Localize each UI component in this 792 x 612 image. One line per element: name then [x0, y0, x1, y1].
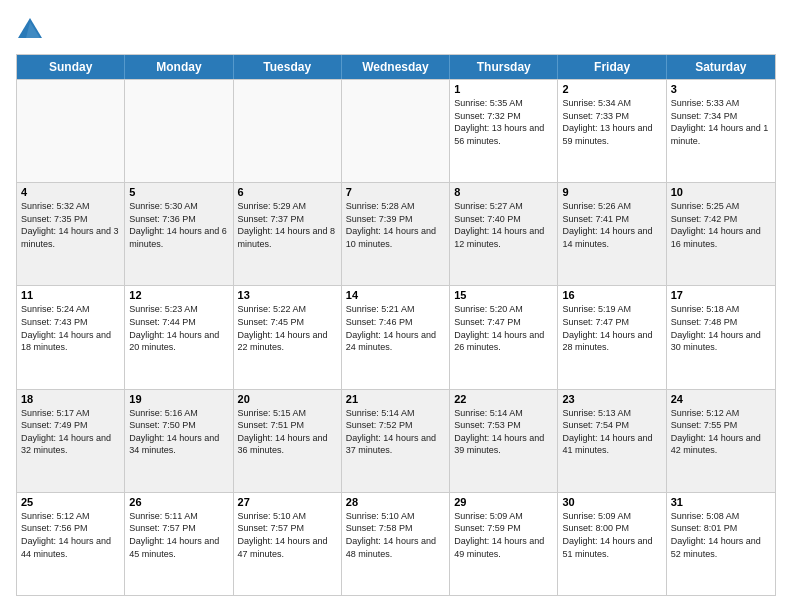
daylight-text: Daylight: 14 hours and 51 minutes.	[562, 535, 661, 560]
calendar-row-2: 4Sunrise: 5:32 AMSunset: 7:35 PMDaylight…	[17, 182, 775, 285]
empty-cell	[234, 80, 342, 182]
sunrise-text: Sunrise: 5:09 AM	[454, 510, 553, 523]
daylight-text: Daylight: 14 hours and 47 minutes.	[238, 535, 337, 560]
day-number: 19	[129, 393, 228, 405]
day-number: 22	[454, 393, 553, 405]
daylight-text: Daylight: 14 hours and 32 minutes.	[21, 432, 120, 457]
sunset-text: Sunset: 7:52 PM	[346, 419, 445, 432]
day-cell-6: 6Sunrise: 5:29 AMSunset: 7:37 PMDaylight…	[234, 183, 342, 285]
sunrise-text: Sunrise: 5:26 AM	[562, 200, 661, 213]
sunrise-text: Sunrise: 5:20 AM	[454, 303, 553, 316]
day-cell-26: 26Sunrise: 5:11 AMSunset: 7:57 PMDayligh…	[125, 493, 233, 595]
sunrise-text: Sunrise: 5:10 AM	[238, 510, 337, 523]
day-cell-16: 16Sunrise: 5:19 AMSunset: 7:47 PMDayligh…	[558, 286, 666, 388]
sunrise-text: Sunrise: 5:13 AM	[562, 407, 661, 420]
day-number: 21	[346, 393, 445, 405]
header-day-tuesday: Tuesday	[234, 55, 342, 79]
daylight-text: Daylight: 14 hours and 24 minutes.	[346, 329, 445, 354]
sunset-text: Sunset: 8:01 PM	[671, 522, 771, 535]
day-cell-3: 3Sunrise: 5:33 AMSunset: 7:34 PMDaylight…	[667, 80, 775, 182]
sunset-text: Sunset: 7:57 PM	[238, 522, 337, 535]
sunrise-text: Sunrise: 5:16 AM	[129, 407, 228, 420]
empty-cell	[17, 80, 125, 182]
sunrise-text: Sunrise: 5:24 AM	[21, 303, 120, 316]
sunset-text: Sunset: 7:49 PM	[21, 419, 120, 432]
day-number: 25	[21, 496, 120, 508]
day-number: 18	[21, 393, 120, 405]
daylight-text: Daylight: 14 hours and 12 minutes.	[454, 225, 553, 250]
day-cell-21: 21Sunrise: 5:14 AMSunset: 7:52 PMDayligh…	[342, 390, 450, 492]
day-cell-1: 1Sunrise: 5:35 AMSunset: 7:32 PMDaylight…	[450, 80, 558, 182]
sunset-text: Sunset: 7:35 PM	[21, 213, 120, 226]
day-cell-13: 13Sunrise: 5:22 AMSunset: 7:45 PMDayligh…	[234, 286, 342, 388]
sunrise-text: Sunrise: 5:32 AM	[21, 200, 120, 213]
day-cell-11: 11Sunrise: 5:24 AMSunset: 7:43 PMDayligh…	[17, 286, 125, 388]
sunset-text: Sunset: 7:34 PM	[671, 110, 771, 123]
sunrise-text: Sunrise: 5:33 AM	[671, 97, 771, 110]
day-number: 14	[346, 289, 445, 301]
sunset-text: Sunset: 7:54 PM	[562, 419, 661, 432]
header-day-wednesday: Wednesday	[342, 55, 450, 79]
day-number: 31	[671, 496, 771, 508]
daylight-text: Daylight: 14 hours and 6 minutes.	[129, 225, 228, 250]
sunset-text: Sunset: 7:45 PM	[238, 316, 337, 329]
sunrise-text: Sunrise: 5:34 AM	[562, 97, 661, 110]
day-cell-15: 15Sunrise: 5:20 AMSunset: 7:47 PMDayligh…	[450, 286, 558, 388]
header-day-thursday: Thursday	[450, 55, 558, 79]
daylight-text: Daylight: 14 hours and 36 minutes.	[238, 432, 337, 457]
daylight-text: Daylight: 14 hours and 8 minutes.	[238, 225, 337, 250]
sunset-text: Sunset: 7:44 PM	[129, 316, 228, 329]
daylight-text: Daylight: 14 hours and 28 minutes.	[562, 329, 661, 354]
calendar-row-4: 18Sunrise: 5:17 AMSunset: 7:49 PMDayligh…	[17, 389, 775, 492]
day-cell-14: 14Sunrise: 5:21 AMSunset: 7:46 PMDayligh…	[342, 286, 450, 388]
sunrise-text: Sunrise: 5:15 AM	[238, 407, 337, 420]
daylight-text: Daylight: 14 hours and 22 minutes.	[238, 329, 337, 354]
sunrise-text: Sunrise: 5:12 AM	[671, 407, 771, 420]
day-number: 10	[671, 186, 771, 198]
sunset-text: Sunset: 7:37 PM	[238, 213, 337, 226]
sunrise-text: Sunrise: 5:22 AM	[238, 303, 337, 316]
sunrise-text: Sunrise: 5:27 AM	[454, 200, 553, 213]
header-day-monday: Monday	[125, 55, 233, 79]
day-number: 27	[238, 496, 337, 508]
sunrise-text: Sunrise: 5:11 AM	[129, 510, 228, 523]
sunrise-text: Sunrise: 5:14 AM	[454, 407, 553, 420]
sunset-text: Sunset: 7:42 PM	[671, 213, 771, 226]
day-cell-25: 25Sunrise: 5:12 AMSunset: 7:56 PMDayligh…	[17, 493, 125, 595]
sunrise-text: Sunrise: 5:18 AM	[671, 303, 771, 316]
day-cell-30: 30Sunrise: 5:09 AMSunset: 8:00 PMDayligh…	[558, 493, 666, 595]
logo	[16, 16, 48, 44]
sunrise-text: Sunrise: 5:08 AM	[671, 510, 771, 523]
sunset-text: Sunset: 7:46 PM	[346, 316, 445, 329]
sunset-text: Sunset: 7:55 PM	[671, 419, 771, 432]
calendar-header: SundayMondayTuesdayWednesdayThursdayFrid…	[17, 55, 775, 79]
day-number: 16	[562, 289, 661, 301]
day-number: 8	[454, 186, 553, 198]
sunrise-text: Sunrise: 5:12 AM	[21, 510, 120, 523]
logo-icon	[16, 16, 44, 44]
daylight-text: Daylight: 14 hours and 41 minutes.	[562, 432, 661, 457]
daylight-text: Daylight: 14 hours and 52 minutes.	[671, 535, 771, 560]
sunset-text: Sunset: 7:36 PM	[129, 213, 228, 226]
sunrise-text: Sunrise: 5:25 AM	[671, 200, 771, 213]
header	[16, 16, 776, 44]
calendar-body: 1Sunrise: 5:35 AMSunset: 7:32 PMDaylight…	[17, 79, 775, 595]
sunset-text: Sunset: 7:58 PM	[346, 522, 445, 535]
day-cell-20: 20Sunrise: 5:15 AMSunset: 7:51 PMDayligh…	[234, 390, 342, 492]
header-day-saturday: Saturday	[667, 55, 775, 79]
day-cell-29: 29Sunrise: 5:09 AMSunset: 7:59 PMDayligh…	[450, 493, 558, 595]
sunset-text: Sunset: 7:39 PM	[346, 213, 445, 226]
daylight-text: Daylight: 14 hours and 48 minutes.	[346, 535, 445, 560]
day-cell-7: 7Sunrise: 5:28 AMSunset: 7:39 PMDaylight…	[342, 183, 450, 285]
daylight-text: Daylight: 14 hours and 45 minutes.	[129, 535, 228, 560]
sunset-text: Sunset: 7:56 PM	[21, 522, 120, 535]
sunrise-text: Sunrise: 5:17 AM	[21, 407, 120, 420]
day-cell-24: 24Sunrise: 5:12 AMSunset: 7:55 PMDayligh…	[667, 390, 775, 492]
daylight-text: Daylight: 14 hours and 14 minutes.	[562, 225, 661, 250]
day-number: 6	[238, 186, 337, 198]
day-cell-18: 18Sunrise: 5:17 AMSunset: 7:49 PMDayligh…	[17, 390, 125, 492]
day-number: 4	[21, 186, 120, 198]
sunrise-text: Sunrise: 5:29 AM	[238, 200, 337, 213]
sunset-text: Sunset: 7:48 PM	[671, 316, 771, 329]
day-cell-28: 28Sunrise: 5:10 AMSunset: 7:58 PMDayligh…	[342, 493, 450, 595]
